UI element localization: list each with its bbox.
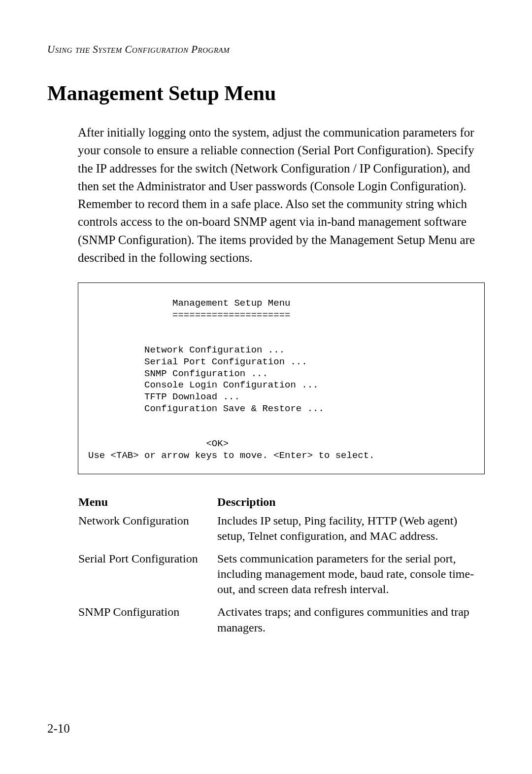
page-number: 2-10 [47,722,70,736]
table-row: Network Configuration Includes IP setup,… [78,513,485,551]
table-cell-description: Includes IP setup, Ping facility, HTTP (… [217,513,485,551]
table-cell-menu: SNMP Configuration [78,604,217,642]
table-header-description: Description [217,495,485,513]
table-cell-description: Sets communication parameters for the se… [217,551,485,604]
terminal-ok: <OK> [88,438,229,449]
terminal-item: Serial Port Configuration ... [88,356,307,367]
table-cell-menu: Network Configuration [78,513,217,551]
table-cell-menu: Serial Port Configuration [78,551,217,604]
table-header-menu: Menu [78,495,217,513]
terminal-rule: ===================== [88,310,290,320]
intro-paragraph: After initially logging onto the system,… [78,124,485,267]
table-header-row: Menu Description [78,495,485,513]
terminal-screenshot: Management Setup Menu ==================… [78,282,485,474]
page: Using the System Configuration Program M… [0,0,532,774]
menu-description-table: Menu Description Network Configuration I… [78,495,485,642]
terminal-item: Network Configuration ... [88,345,285,355]
terminal-item: Console Login Configuration ... [88,380,318,390]
table-row: SNMP Configuration Activates traps; and … [78,604,485,642]
table-row: Serial Port Configuration Sets communica… [78,551,485,604]
terminal-item: SNMP Configuration ... [88,368,268,379]
table-cell-description: Activates traps; and configures communit… [217,604,485,642]
terminal-title: Management Setup Menu [88,298,290,309]
page-title: Management Setup Menu [47,81,485,105]
terminal-hint: Use <TAB> or arrow keys to move. <Enter>… [88,450,375,461]
terminal-item: TFTP Download ... [88,391,240,402]
terminal-item: Configuration Save & Restore ... [88,403,324,414]
running-header: Using the System Configuration Program [47,43,485,56]
